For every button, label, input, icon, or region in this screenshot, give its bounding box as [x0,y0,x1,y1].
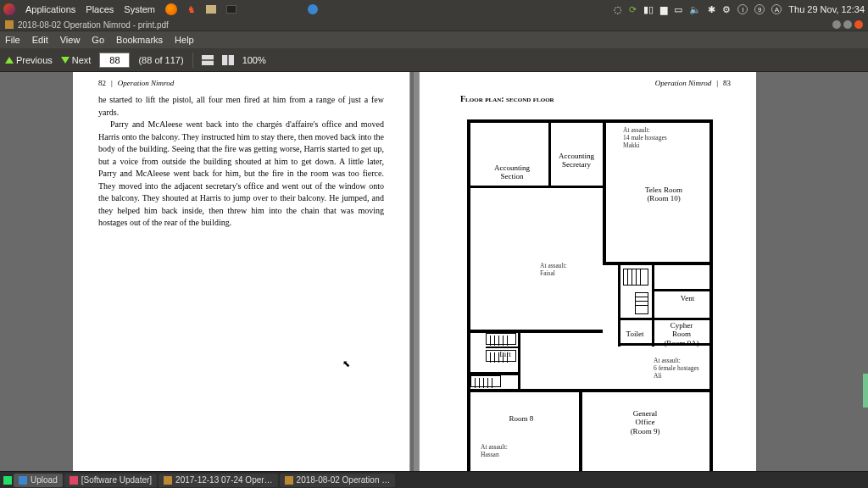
toolbar-separator [192,53,193,68]
gear-icon[interactable]: ⚙ [722,4,731,15]
task-pdf-2[interactable]: 2018-08-02 Operation … [280,474,396,487]
view-continuous-icon[interactable] [202,55,214,65]
window-titlebar: 2018-08-02 Operation Nimrod - print.pdf [0,19,868,31]
page-text: he started to lift the pistol, all four … [73,87,409,236]
window-maximize-icon[interactable] [843,20,852,29]
menu-system[interactable]: System [124,4,155,14]
task-upload[interactable]: Upload [14,474,63,487]
keyboard-indicator[interactable]: I [737,4,748,14]
assault-note: At assault: Hassan [481,443,508,458]
assault-note: At assault: 6 female hostages Ali [654,357,699,380]
running-head: Operation Nimrod [118,79,174,87]
room-label: Toilet [618,330,652,338]
arrow-down-icon [61,57,70,64]
mouse-cursor-icon: ⬉ [342,358,350,369]
zoom-level[interactable]: 100% [242,55,266,65]
stairs-icon [470,375,501,387]
prev-page-button[interactable]: Previous [5,55,53,65]
window-title: 2018-08-02 Operation Nimrod - print.pdf [18,20,169,30]
page-total-label: (88 of 117) [138,55,183,65]
assault-note: At assault: 14 male hostages Makki [623,126,667,149]
pdf-viewport[interactable]: 82 | Operation Nimrod he started to lift… [0,72,868,471]
stairs-icon [635,292,648,314]
floorplan: Accounting Section Accounting Secretary … [467,119,713,471]
view-dual-icon[interactable] [222,55,234,65]
scrollbar-thumb[interactable] [863,374,868,408]
launcher-icon[interactable] [3,3,15,15]
pdf-toolbar: Previous Next (88 of 117) 100% [0,48,868,72]
app-icon [5,20,14,29]
caps-indicator[interactable]: A [771,4,782,14]
pdf-page-right: Operation Nimrod | 83 Floor plan: second… [419,72,756,471]
app-indicator-icon[interactable] [308,4,318,14]
numlock-indicator[interactable]: 9 [754,4,765,14]
window-close-icon[interactable] [854,20,863,29]
task-updater[interactable]: [Software Updater] [64,474,157,487]
arrow-up-icon [5,57,14,64]
bluetooth-icon[interactable]: ✱ [708,4,715,15]
files-icon[interactable] [206,5,216,14]
stairs-icon [486,333,516,345]
room-label: Room 8 [487,414,555,423]
menu-view[interactable]: View [60,35,81,45]
running-head: Operation Nimrod [655,79,711,87]
menu-places[interactable]: Places [86,4,114,14]
floorplan-title: Floor plan: second floor [420,87,756,107]
page-number: 82 [98,79,106,87]
room-label: Accounting Secretary [552,152,601,169]
page-number-input[interactable] [99,53,130,68]
assault-note: At assault: Faisal [540,262,567,277]
gnome-top-panel: Applications Places System ♞ ◌ ⟳ ▮▯ ▆ ▭ … [0,0,868,19]
show-desktop-icon[interactable] [3,476,12,485]
page-number: 83 [723,79,731,87]
room-label: General Office (Room 9) [603,409,687,435]
menu-applications[interactable]: Applications [25,4,75,14]
clock[interactable]: Thu 29 Nov, 12:34 [788,4,865,14]
firefox-icon[interactable] [165,3,177,15]
network-icon[interactable]: ▭ [674,4,682,15]
bottom-panel: Upload [Software Updater] 2017-12-13 07-… [0,471,868,488]
pdf-page-left: 82 | Operation Nimrod he started to lift… [73,72,410,471]
terminal-icon[interactable] [226,5,236,14]
pdf-menubar: File Edit View Go Bookmarks Help [0,31,868,48]
room-label: Vent [667,294,708,302]
menu-go[interactable]: Go [92,35,104,45]
menu-file[interactable]: File [5,35,20,45]
room-label: Telex Room (Room 10) [621,186,706,203]
wifi-icon[interactable]: ▆ [660,4,667,15]
room-label: Accounting Section [482,164,542,181]
room-label: Cypher Room (Room 9A) [654,321,709,347]
battery-icon[interactable]: ▮▯ [643,4,654,15]
menu-edit[interactable]: Edit [32,35,48,45]
menu-help[interactable]: Help [175,35,194,45]
room-label: Lift [492,350,518,358]
sync-icon[interactable]: ⟳ [629,4,637,15]
window-minimize-icon[interactable] [832,20,841,29]
volume-icon[interactable]: 🔈 [689,4,701,15]
task-pdf-1[interactable]: 2017-12-13 07-24 Oper… [159,474,278,487]
next-page-button[interactable]: Next [61,55,92,65]
location-icon[interactable]: ◌ [614,4,622,15]
menu-bookmarks[interactable]: Bookmarks [116,35,163,45]
stairs-icon [623,269,648,286]
brave-icon[interactable]: ♞ [187,4,196,15]
